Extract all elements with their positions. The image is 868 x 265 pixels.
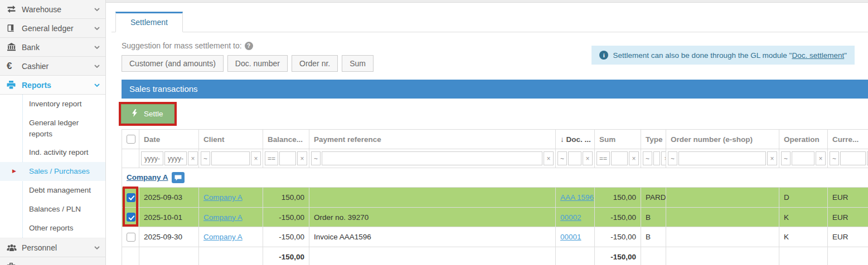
- type-filter-input[interactable]: [653, 151, 660, 165]
- clear-filter-icon[interactable]: ×: [629, 151, 639, 165]
- sidebar-item-debt-management[interactable]: Debt management: [0, 181, 105, 200]
- table-row[interactable]: 2025-09-30 Company A -150,00 Invoice AAA…: [122, 227, 868, 247]
- cell-client: Company A: [199, 188, 263, 207]
- customer-and-amounts-button[interactable]: Customer (and amounts): [122, 55, 224, 72]
- balance-filter-input[interactable]: [279, 151, 296, 165]
- totals-empty: [779, 247, 828, 265]
- totals-balance: -150,00: [263, 247, 309, 265]
- cell-balance: -150,00: [263, 227, 309, 247]
- filter-operator[interactable]: ~: [557, 151, 567, 165]
- col-balance[interactable]: Balance...: [263, 130, 309, 149]
- transactions-table-wrapper: Date Client Balance... Payment reference…: [122, 129, 868, 265]
- sidebar-item-warehouse[interactable]: Warehouse: [0, 0, 105, 19]
- sidebar-item-partial[interactable]: [0, 257, 105, 265]
- client-link[interactable]: Company A: [203, 233, 243, 241]
- row-checkbox[interactable]: [127, 213, 135, 222]
- col-currency[interactable]: Curre...: [828, 130, 868, 149]
- annotation-box-settle: Settle: [119, 102, 177, 126]
- clear-filter-icon[interactable]: ×: [816, 151, 826, 165]
- doc-number-button[interactable]: Doc. number: [227, 55, 288, 72]
- doc-settlement-link[interactable]: Doc. settlement: [792, 51, 844, 60]
- sidebar-item-general-ledger-reports[interactable]: General ledger reports: [0, 114, 105, 143]
- sidebar-item-cashier[interactable]: € Cashier: [0, 57, 105, 76]
- order-number-filter-input[interactable]: [678, 151, 766, 165]
- info-text: Settlement can also be done through the …: [613, 51, 847, 60]
- people-icon: [7, 244, 22, 252]
- chevron-down-icon: [94, 8, 100, 11]
- col-doc[interactable]: ↓ Doc. ...: [556, 130, 595, 149]
- cell-sum: -150,00: [595, 227, 641, 247]
- help-icon[interactable]: ?: [245, 42, 253, 50]
- main-content: Settlement Suggestion for mass settlemen…: [106, 0, 868, 265]
- client-link[interactable]: Company A: [203, 193, 243, 202]
- company-group-link[interactable]: Company A: [127, 173, 168, 181]
- sidebar-item-ind-activity-report[interactable]: Ind. activity report: [0, 143, 105, 162]
- sidebar-item-reports[interactable]: Reports: [0, 76, 105, 95]
- sidebar-item-personnel[interactable]: Personnel: [0, 238, 105, 257]
- cell-currency: EUR: [828, 207, 868, 227]
- settle-button[interactable]: Settle: [121, 104, 174, 124]
- comment-bubble-icon[interactable]: [172, 172, 185, 183]
- sidebar-item-balances-pln[interactable]: Balances / PLN: [0, 200, 105, 219]
- sum-filter-input[interactable]: [611, 151, 628, 165]
- col-operation[interactable]: Operation: [779, 130, 828, 149]
- clear-filter-icon[interactable]: ×: [251, 151, 261, 165]
- sum-button[interactable]: Sum: [342, 55, 374, 72]
- col-type[interactable]: Type: [641, 130, 666, 149]
- col-sum[interactable]: Sum: [595, 130, 641, 149]
- filter-operator[interactable]: ==: [265, 151, 278, 165]
- clear-filter-icon[interactable]: ×: [188, 151, 198, 165]
- doc-link[interactable]: 00002: [560, 213, 581, 222]
- filter-doc-cell: ~ ×: [556, 149, 595, 168]
- filter-operator[interactable]: ~: [643, 151, 652, 165]
- filter-operator[interactable]: ~: [201, 151, 210, 165]
- sidebar-item-general-ledger[interactable]: General ledger: [0, 19, 105, 38]
- row-checkbox[interactable]: [127, 193, 135, 202]
- clear-filter-icon[interactable]: ×: [767, 151, 777, 165]
- filter-operator[interactable]: ~: [781, 151, 791, 165]
- table-row[interactable]: 2025-09-03 Company A 150,00 AAA 1596 150…: [122, 188, 868, 207]
- currency-filter-input[interactable]: [840, 151, 866, 165]
- totals-empty: [139, 247, 199, 265]
- col-payment-reference[interactable]: Payment reference: [309, 130, 556, 149]
- doc-filter-input[interactable]: [568, 151, 581, 165]
- tab-settlement[interactable]: Settlement: [115, 12, 183, 32]
- filter-operator[interactable]: ~: [830, 151, 839, 165]
- filter-balance-cell: == ×: [263, 149, 309, 168]
- toolbar: Suggestion for mass settlement to: ? Cus…: [111, 32, 868, 80]
- date-to-filter-input[interactable]: [164, 151, 187, 165]
- sub-item-label: Other reports: [29, 223, 74, 234]
- euro-icon: €: [7, 61, 22, 71]
- date-from-filter-input[interactable]: [141, 151, 163, 165]
- cell-operation: K: [779, 207, 828, 227]
- col-order-number[interactable]: Order number (e-shop): [666, 130, 779, 149]
- clear-filter-icon[interactable]: ×: [583, 151, 593, 165]
- operation-filter-input[interactable]: [792, 151, 814, 165]
- sub-item-label: Inventory report: [29, 99, 82, 110]
- payment-reference-filter-input[interactable]: [322, 151, 542, 165]
- table-row[interactable]: 2025-10-01 Company A -150,00 Order no. 3…: [122, 207, 868, 227]
- sidebar-item-inventory-report[interactable]: Inventory report: [0, 95, 105, 114]
- sidebar-item-sales-purchases[interactable]: ▶ Sales / Purchases: [0, 162, 105, 181]
- swap-arrows-icon: [7, 5, 22, 13]
- select-all-checkbox[interactable]: [127, 135, 135, 144]
- clear-filter-icon[interactable]: ×: [544, 151, 554, 165]
- clear-filter-icon[interactable]: ×: [661, 151, 666, 165]
- sidebar-item-other-reports[interactable]: Other reports: [0, 219, 105, 238]
- doc-link[interactable]: 00001: [560, 233, 581, 241]
- filter-date-cell: ×: [139, 149, 199, 168]
- filter-operator[interactable]: ==: [597, 151, 610, 165]
- doc-link[interactable]: AAA 1596: [560, 193, 594, 202]
- row-checkbox[interactable]: [127, 233, 135, 242]
- clear-filter-icon[interactable]: ×: [297, 151, 307, 165]
- order-nr-button[interactable]: Order nr.: [292, 55, 338, 72]
- col-date[interactable]: Date: [139, 130, 199, 149]
- totals-empty: [309, 247, 556, 265]
- client-link[interactable]: Company A: [203, 213, 243, 222]
- cell-doc: AAA 1596: [556, 188, 595, 207]
- filter-operator[interactable]: ~: [311, 151, 321, 165]
- col-client[interactable]: Client: [199, 130, 263, 149]
- filter-operator[interactable]: ~: [668, 151, 677, 165]
- client-filter-input[interactable]: [211, 151, 250, 165]
- sidebar-item-bank[interactable]: Bank: [0, 38, 105, 57]
